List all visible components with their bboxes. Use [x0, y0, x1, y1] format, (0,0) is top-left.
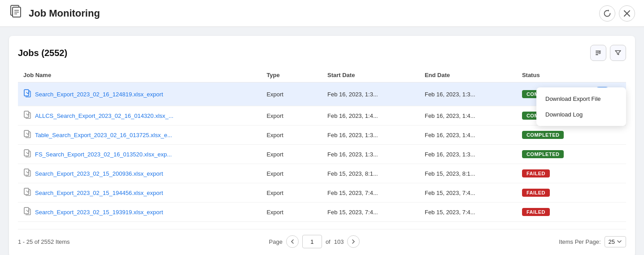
app-header: Job Monitoring — [0, 0, 644, 27]
job-type: Export — [261, 183, 322, 203]
pagination-range: 1 - 25 of 2552 Items — [18, 238, 70, 245]
job-status: COMPLETED — [517, 125, 590, 145]
status-badge: COMPLETED — [522, 150, 564, 158]
total-pages: 103 — [334, 238, 344, 245]
items-per-page-select[interactable]: 25 — [605, 236, 626, 247]
job-end-date: Feb 16, 2023, 1:4... — [419, 106, 517, 125]
table-row[interactable]: Search_Export_2023_02_15_200936.xlsx_exp… — [18, 164, 626, 183]
section-header: Jobs (2552) — [18, 45, 626, 61]
context-menu-item[interactable]: Download Export File — [536, 91, 626, 107]
context-menu-item[interactable]: Download Log — [536, 107, 626, 122]
job-end-date: Feb 15, 2023, 7:4... — [419, 203, 517, 222]
job-status: FAILED — [517, 183, 590, 203]
svg-rect-15 — [24, 111, 29, 117]
job-icon — [23, 149, 31, 159]
job-end-date: Feb 16, 2023, 1:4... — [419, 125, 517, 145]
job-status: FAILED — [517, 203, 590, 222]
job-start-date: Feb 15, 2023, 7:4... — [322, 183, 419, 203]
close-button[interactable] — [619, 5, 635, 22]
table-row[interactable]: Search_Export_2023_02_16_124819.xlsx_exp… — [18, 82, 626, 106]
job-name-link[interactable]: Search_Export_2023_02_15_193919.xlsx_exp… — [35, 209, 163, 216]
svg-rect-17 — [24, 150, 29, 156]
job-actions-cell — [590, 203, 626, 222]
job-name-cell: Search_Export_2023_02_15_193919.xlsx_exp… — [18, 203, 261, 222]
status-badge: FAILED — [522, 189, 550, 197]
job-start-date: Feb 15, 2023, 8:1... — [322, 164, 419, 183]
col-start-date: Start Date — [322, 68, 419, 82]
section-actions — [590, 45, 626, 61]
job-status: FAILED — [517, 164, 590, 183]
job-status: COMPLETED — [517, 145, 590, 164]
prev-page-button[interactable] — [286, 235, 299, 248]
job-type: Export — [261, 164, 322, 183]
job-start-date: Feb 15, 2023, 7:4... — [322, 203, 419, 222]
job-name-cell: FS_Search_Export_2023_02_16_013520.xlsx_… — [18, 145, 261, 164]
job-type: Export — [261, 106, 322, 125]
pagination-controls: Page of 103 — [269, 235, 360, 248]
main-panel: Jobs (2552) Job Name — [9, 36, 635, 255]
col-job-name: Job Name — [18, 68, 261, 82]
next-page-button[interactable] — [347, 235, 360, 248]
items-per-page-label: Items Per Page: — [559, 238, 600, 245]
job-name-cell: Search_Export_2023_02_15_194456.xlsx_exp… — [18, 183, 261, 203]
job-name-link[interactable]: FS_Search_Export_2023_02_16_013520.xlsx_… — [35, 151, 172, 158]
job-name-cell: Search_Export_2023_02_16_124819.xlsx_exp… — [18, 82, 261, 106]
sort-button[interactable] — [590, 45, 606, 61]
table-row[interactable]: Search_Export_2023_02_15_194456.xlsx_exp… — [18, 183, 626, 203]
job-actions-cell — [590, 125, 626, 145]
job-type: Export — [261, 125, 322, 145]
filter-button[interactable] — [610, 45, 626, 61]
job-end-date: Feb 15, 2023, 8:1... — [419, 164, 517, 183]
job-name-link[interactable]: Search_Export_2023_02_15_194456.xlsx_exp… — [35, 190, 163, 196]
status-badge: FAILED — [522, 208, 550, 216]
job-end-date: Feb 15, 2023, 7:4... — [419, 183, 517, 203]
job-name-cell: ALLCS_Search_Export_2023_02_16_014320.xl… — [18, 106, 261, 125]
svg-rect-20 — [24, 207, 29, 214]
svg-rect-16 — [24, 130, 29, 137]
of-label: of — [326, 238, 331, 245]
job-end-date: Feb 16, 2023, 1:3... — [419, 82, 517, 106]
job-icon — [23, 188, 31, 198]
job-actions-cell — [590, 145, 626, 164]
page-number-input[interactable] — [302, 235, 322, 248]
job-name-link[interactable]: Table_Search_Export_2023_02_16_013725.xl… — [35, 132, 172, 138]
job-actions-cell — [590, 164, 626, 183]
job-start-date: Feb 16, 2023, 1:3... — [322, 82, 419, 106]
job-name-link[interactable]: Search_Export_2023_02_16_124819.xlsx_exp… — [35, 91, 163, 98]
header-left: Job Monitoring — [9, 4, 100, 22]
job-icon — [23, 207, 31, 217]
job-name-link[interactable]: ALLCS_Search_Export_2023_02_16_014320.xl… — [35, 112, 174, 119]
job-start-date: Feb 16, 2023, 1:3... — [322, 145, 419, 164]
table-row[interactable]: Search_Export_2023_02_15_193919.xlsx_exp… — [18, 203, 626, 222]
app-icon — [9, 4, 23, 22]
job-type: Export — [261, 203, 322, 222]
svg-rect-11 — [24, 90, 29, 96]
job-type: Export — [261, 145, 322, 164]
job-end-date: Feb 16, 2023, 1:3... — [419, 145, 517, 164]
job-name-cell: Search_Export_2023_02_15_200936.xlsx_exp… — [18, 164, 261, 183]
context-menu: Download Export FileDownload Log — [536, 87, 626, 126]
job-actions-cell — [590, 183, 626, 203]
svg-rect-19 — [24, 188, 29, 194]
col-status: Status — [517, 68, 590, 82]
jobs-table-container: Job Name Type Start Date End Date Status — [18, 68, 626, 222]
table-header-row: Job Name Type Start Date End Date Status — [18, 68, 626, 82]
refresh-button[interactable] — [599, 5, 615, 22]
status-badge: COMPLETED — [522, 131, 564, 139]
table-row[interactable]: Table_Search_Export_2023_02_16_013725.xl… — [18, 125, 626, 145]
status-badge: FAILED — [522, 169, 550, 177]
job-start-date: Feb 16, 2023, 1:3... — [322, 125, 419, 145]
job-icon — [23, 169, 31, 178]
svg-rect-18 — [24, 169, 29, 175]
jobs-table: Job Name Type Start Date End Date Status — [18, 68, 626, 222]
items-per-page-control: Items Per Page: 25 — [559, 236, 626, 247]
col-type: Type — [261, 68, 322, 82]
job-name-cell: Table_Search_Export_2023_02_16_013725.xl… — [18, 125, 261, 145]
section-title: Jobs (2552) — [18, 48, 67, 58]
table-row[interactable]: ALLCS_Search_Export_2023_02_16_014320.xl… — [18, 106, 626, 125]
pagination-bar: 1 - 25 of 2552 Items Page of 103 Items P… — [18, 229, 626, 248]
job-name-link[interactable]: Search_Export_2023_02_15_200936.xlsx_exp… — [35, 170, 163, 177]
job-icon — [23, 130, 31, 140]
table-row[interactable]: FS_Search_Export_2023_02_16_013520.xlsx_… — [18, 145, 626, 164]
job-start-date: Feb 16, 2023, 1:4... — [322, 106, 419, 125]
